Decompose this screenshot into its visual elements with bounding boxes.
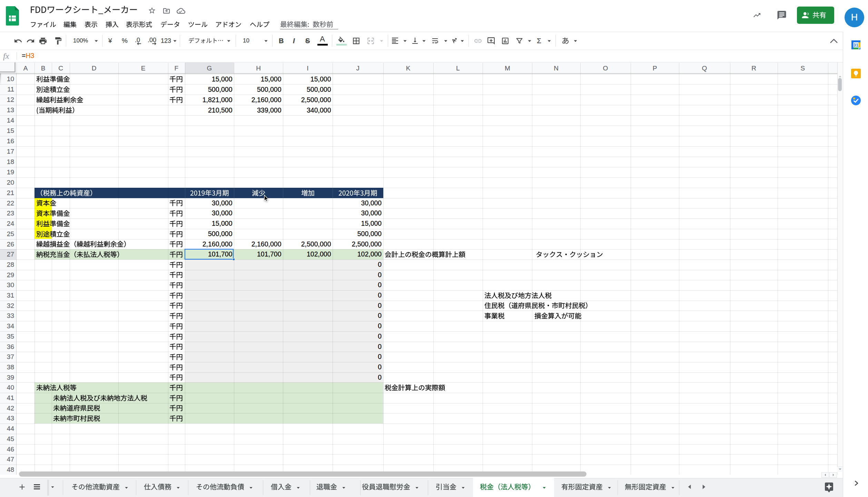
svg-text:31: 31 bbox=[854, 43, 858, 48]
